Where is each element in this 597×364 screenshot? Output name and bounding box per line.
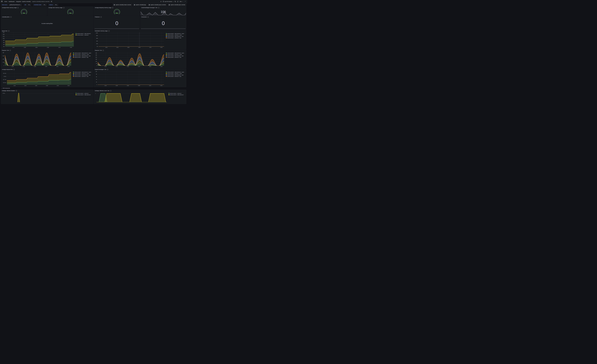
legend-item[interactable]: activemq-cluster-1 - activemq-0 - queue xyxy=(73,73,93,74)
legend-label: activemq-cluster-1 - activemq-0 - topic xyxy=(167,76,181,77)
cluster-select[interactable]: All xyxy=(43,4,47,6)
link-logs[interactable]: Apache ActiveMQ logs xyxy=(133,3,147,6)
svg-text:0%: 0% xyxy=(69,12,71,14)
info-icon[interactable]: i xyxy=(102,50,104,51)
legend-item[interactable]: activemq-cluster-0 - static:activemq-0 -… xyxy=(166,55,186,57)
link-cluster-overview[interactable]: Apache ActiveMQ cluster overview xyxy=(113,3,132,6)
info-icon[interactable]: i xyxy=(112,7,113,8)
x-tick-label: 14:00 xyxy=(55,66,60,67)
breadcrumb-folder[interactable]: Integration - Apache ActiveMQ xyxy=(16,1,31,2)
info-icon[interactable]: i xyxy=(16,90,17,91)
legend-item[interactable]: activemq-cluster-1 - activemq-0 - topic xyxy=(166,37,186,39)
job-select[interactable]: All xyxy=(27,4,31,6)
legend-item[interactable]: activemq-cluster-0 - static:activemq-0 xyxy=(76,33,93,34)
zoom-out-icon[interactable] xyxy=(174,1,176,2)
legend-item[interactable]: activemq-cluster-1 - activemq-0 - topic xyxy=(73,57,93,58)
panel-title: Average temporary memory usage xyxy=(95,7,111,8)
y-tick-label: 20% xyxy=(94,43,98,44)
panel-average-temporary-memory-usage: Average temporary memory usagei 0% xyxy=(94,7,140,15)
info-icon[interactable]: i xyxy=(158,7,159,8)
info-icon[interactable]: i xyxy=(108,30,110,32)
x-tick-label: 13:55 xyxy=(137,47,142,48)
legend-label: activemq-cluster-1 - activemq-0 - queue xyxy=(167,73,182,74)
legend-item[interactable]: activemq-cluster-0 - static:activemq-0 -… xyxy=(73,71,93,73)
info-icon[interactable]: i xyxy=(148,16,149,18)
data-source-select[interactable]: grafanacloud-k3d-prom xyxy=(8,4,22,6)
y-tick-label: 0 xyxy=(1,65,4,66)
info-icon[interactable]: i xyxy=(63,7,64,8)
gc-count-chart: 1activemq-cluster-1 - activemq-0activemq… xyxy=(94,92,186,95)
breadcrumb-dashboards[interactable]: Dashboards xyxy=(9,1,15,2)
panel-destination-memory-usage: Destination memory usagei 0%20%40%60%80%… xyxy=(94,30,186,49)
x-tick-label: 13:50 xyxy=(125,85,130,86)
legend: activemq-cluster-0 - static:activemq-0 -… xyxy=(166,71,186,77)
legend-label: activemq-cluster-1 - activemq-0 - queue xyxy=(74,73,89,74)
refresh-interval-picker[interactable]: 30s xyxy=(180,1,182,2)
info-icon[interactable]: i xyxy=(9,50,11,51)
x-tick-label: 13:50 xyxy=(126,47,131,48)
time-range-picker[interactable]: Last 30 minutes xyxy=(163,1,174,2)
legend-label: activemq-cluster-0 - static:activemq-0 -… xyxy=(74,55,91,56)
y-tick-label: 300 xyxy=(1,55,4,56)
panel-title: Unacknowledged messages / 15s xyxy=(141,7,157,8)
legend-item[interactable]: activemq-cluster-0 - static:activemq-0 -… xyxy=(166,71,186,73)
breadcrumb-home[interactable]: Home xyxy=(4,1,7,2)
legend-item[interactable]: activemq-cluster-1 - activemq-0 - topic xyxy=(166,76,186,77)
legend: activemq-cluster-1 - activemq-0activemq-… xyxy=(76,93,93,95)
settings-gear-icon[interactable] xyxy=(160,1,162,2)
legend-item[interactable]: activemq-cluster-1 - activemq-0 - topic xyxy=(166,57,186,58)
panel-average-enqueue-time: Average enqueue timei 8.33 min16.7 min25… xyxy=(1,68,93,87)
legend-item[interactable]: activemq-cluster-0 - static:activemq-0 -… xyxy=(73,74,93,76)
legend-item[interactable]: activemq-cluster-1 - activemq-0 xyxy=(76,93,93,94)
legend-item[interactable]: activemq-cluster-0 - static:activemq-0 -… xyxy=(166,74,186,76)
menu-icon[interactable] xyxy=(1,1,3,2)
legend-item[interactable]: activemq-cluster-0 - static:activemq-0 xyxy=(169,94,186,95)
legend-color-swatch xyxy=(166,38,167,38)
legend-item[interactable]: activemq-cluster-1 - activemq-0 xyxy=(76,34,93,36)
legend-item[interactable]: activemq-cluster-0 - static:activemq-0 xyxy=(76,94,93,95)
y-tick-label: 200 xyxy=(94,57,97,58)
legend-item[interactable]: activemq-cluster-0 - static:activemq-0 -… xyxy=(166,33,186,34)
info-icon[interactable]: i xyxy=(8,30,9,32)
section-jvm-resources[interactable]: JVM resources xyxy=(1,87,10,89)
x-tick-label: 14:05 xyxy=(159,66,164,67)
x-tick-label: 13:50 xyxy=(125,66,130,67)
link-topic-overview[interactable]: Apache ActiveMQ topic overview xyxy=(168,3,186,6)
x-tick-label: 13:40 xyxy=(104,47,109,48)
legend-item[interactable]: activemq-cluster-1 - activemq-0 - queue xyxy=(73,54,93,55)
x-tick-label: 13:55 xyxy=(44,66,48,67)
panel-title: Producers xyxy=(95,16,100,17)
legend-color-swatch xyxy=(166,73,167,74)
info-icon[interactable]: i xyxy=(10,16,12,18)
x-tick-label: 14:05 xyxy=(159,85,164,86)
destination-memory-chart: 0%20%40%60%80%100%13:4013:4513:5013:5514… xyxy=(94,32,186,48)
share-icon[interactable] xyxy=(51,1,52,2)
legend-item[interactable]: activemq-cluster-0 - static:activemq-0 -… xyxy=(73,55,93,57)
refresh-icon[interactable] xyxy=(177,1,179,2)
no-alerts-message: No alerts matching filters xyxy=(1,23,93,24)
x-tick-label: 14:00 xyxy=(148,85,152,86)
legend-color-swatch xyxy=(73,54,74,55)
info-icon[interactable]: i xyxy=(110,90,111,91)
legend-item[interactable]: activemq-cluster-0 - static:activemq-0 -… xyxy=(166,52,186,54)
legend-item[interactable]: activemq-cluster-1 - activemq-0 - queue xyxy=(166,73,186,74)
panel-gc-count: Garbage collection count / 15si 1activem… xyxy=(94,90,186,95)
legend-color-swatch xyxy=(73,53,74,53)
info-icon[interactable]: i xyxy=(13,69,15,70)
x-tick-label: 14:00 xyxy=(57,47,62,48)
legend-item[interactable]: activemq-cluster-1 - activemq-0 - topic xyxy=(73,76,93,77)
legend-item[interactable]: activemq-cluster-1 - activemq-0 - queue xyxy=(166,34,186,36)
legend-item[interactable]: activemq-cluster-1 - activemq-0 - queue xyxy=(166,54,186,55)
instance-select[interactable]: All xyxy=(54,4,58,6)
legend-item[interactable]: activemq-cluster-1 - activemq-0 xyxy=(169,93,186,94)
info-icon[interactable]: i xyxy=(17,7,19,8)
panel-activemq-alerts: ActiveMQ alertsi No alerts matching filt… xyxy=(1,16,93,30)
y-tick-label: 100 xyxy=(94,61,97,62)
legend-item[interactable]: activemq-cluster-0 - static:activemq-0 -… xyxy=(166,36,186,37)
info-icon[interactable]: i xyxy=(107,69,108,70)
legend-item[interactable]: activemq-cluster-0 - static:activemq-0 -… xyxy=(73,52,93,54)
info-icon[interactable]: i xyxy=(100,16,102,18)
link-queue-overview[interactable]: Apache ActiveMQ queue overview xyxy=(148,3,167,6)
legend-label: activemq-cluster-1 - activemq-0 - topic xyxy=(74,76,88,77)
collapse-kiosk-icon[interactable] xyxy=(185,1,186,2)
